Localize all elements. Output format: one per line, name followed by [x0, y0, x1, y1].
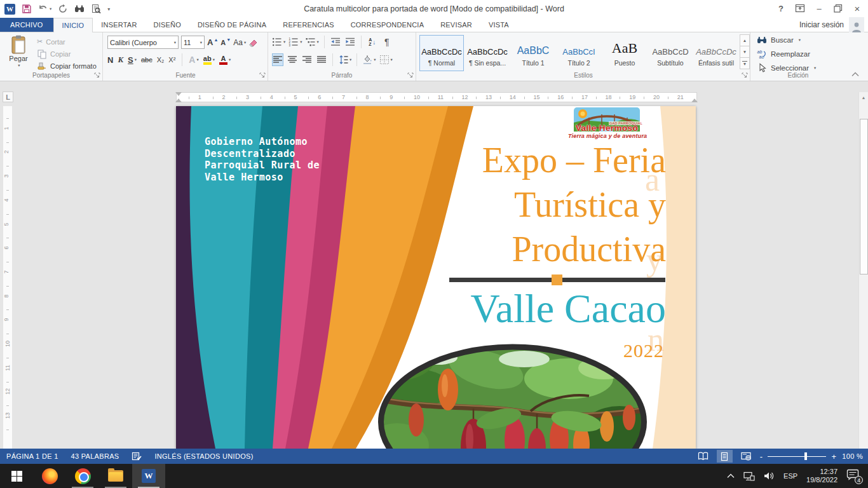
- cut-button[interactable]: ✂Cortar: [37, 36, 97, 48]
- clipboard-dialog-launcher[interactable]: [94, 72, 100, 79]
- font-dialog-launcher[interactable]: [259, 72, 266, 79]
- minimize-icon[interactable]: –: [810, 0, 829, 17]
- subscript-button[interactable]: X₂: [157, 53, 165, 66]
- clock[interactable]: 12:37 19/8/2022: [806, 468, 837, 484]
- taskbar-firefox[interactable]: [33, 464, 66, 488]
- help-icon[interactable]: ?: [771, 0, 790, 17]
- justify-button[interactable]: [316, 53, 327, 66]
- change-case-button[interactable]: Aa▾: [233, 36, 246, 49]
- document-page[interactable]: Gobierno Autónomo Descentralizado Parroq…: [176, 106, 696, 449]
- copy-button[interactable]: Copiar: [37, 48, 97, 60]
- tab-diseno[interactable]: DISEÑO: [146, 18, 189, 32]
- language-tray[interactable]: ESP: [783, 472, 797, 480]
- volume-icon[interactable]: [764, 471, 775, 480]
- text-effects-button[interactable]: A▾: [189, 53, 198, 66]
- style-subtle-emphasis[interactable]: AaBbCcDcÉnfasis sutil: [694, 35, 738, 71]
- read-mode-icon[interactable]: [695, 450, 711, 463]
- hanging-indent-marker[interactable]: [175, 98, 182, 102]
- style-subtitle[interactable]: AaBbCcDSubtítulo: [648, 35, 693, 71]
- styles-dialog-launcher[interactable]: [742, 72, 748, 79]
- network-icon[interactable]: [743, 471, 755, 481]
- style-heading1[interactable]: AaBbCTítulo 1: [511, 35, 555, 71]
- undo-icon[interactable]: ▾: [38, 3, 51, 15]
- tab-archivo[interactable]: ARCHIVO: [0, 18, 53, 32]
- language-indicator[interactable]: INGLÉS (ESTADOS UNIDOS): [154, 452, 253, 460]
- start-button[interactable]: [0, 464, 33, 488]
- bold-button[interactable]: N: [107, 53, 113, 66]
- align-left-button[interactable]: [272, 53, 283, 66]
- shrink-font-button[interactable]: A▼: [220, 36, 231, 49]
- style-title[interactable]: AaBPuesto: [602, 35, 647, 71]
- styles-scroll-up[interactable]: ▲: [740, 34, 750, 46]
- print-preview-icon[interactable]: [91, 3, 101, 15]
- font-size-select[interactable]: 11▾: [181, 36, 205, 49]
- horizontal-ruler[interactable]: 123456789101112131415161718192021: [176, 92, 697, 102]
- cacao-photo[interactable]: [378, 344, 647, 449]
- taskbar-chrome[interactable]: [66, 464, 99, 488]
- find-icon[interactable]: [74, 3, 85, 15]
- event-name[interactable]: Valle Cacao: [471, 285, 666, 332]
- cover-title[interactable]: Expo – Feria Turística y Productiva: [482, 138, 666, 271]
- vertical-scrollbar[interactable]: ▲: [858, 92, 868, 449]
- zoom-slider-thumb[interactable]: [804, 452, 807, 460]
- font-family-select[interactable]: Calibri (Cuerpo▾: [107, 36, 179, 49]
- action-center[interactable]: 4: [846, 469, 860, 483]
- format-painter-button[interactable]: Copiar formato: [37, 60, 97, 72]
- taskbar-word[interactable]: W: [132, 464, 165, 488]
- strikethrough-button[interactable]: abc: [141, 53, 153, 66]
- restore-icon[interactable]: [829, 0, 848, 17]
- tab-revisar[interactable]: REVISAR: [432, 18, 480, 32]
- word-app-icon[interactable]: W: [4, 4, 15, 15]
- decrease-indent-button[interactable]: [330, 36, 341, 48]
- numbering-button[interactable]: 123▾: [288, 36, 302, 48]
- italic-button[interactable]: K: [118, 53, 123, 66]
- superscript-button[interactable]: X²: [168, 53, 175, 66]
- borders-button[interactable]: ▾: [379, 53, 393, 66]
- styles-scroll-down[interactable]: ▼: [740, 46, 750, 58]
- organization-text[interactable]: Gobierno Autónomo Descentralizado Parroq…: [205, 136, 320, 183]
- zoom-level[interactable]: 100 %: [842, 452, 863, 460]
- sign-in[interactable]: Iniciar sesión: [799, 18, 868, 32]
- zoom-out-button[interactable]: -: [760, 452, 763, 461]
- increase-indent-button[interactable]: [344, 36, 356, 48]
- highlight-button[interactable]: ab▾: [203, 53, 215, 66]
- tab-inicio[interactable]: INICIO: [53, 18, 93, 32]
- close-icon[interactable]: ×: [848, 0, 867, 17]
- zoom-slider[interactable]: [768, 452, 826, 461]
- web-layout-icon[interactable]: [738, 450, 754, 463]
- show-hidden-icons[interactable]: [727, 473, 735, 478]
- tab-stop-selector[interactable]: L: [3, 92, 13, 102]
- shading-button[interactable]: ▾: [362, 53, 376, 66]
- align-center-button[interactable]: [287, 53, 298, 66]
- clear-formatting-button[interactable]: [248, 36, 259, 49]
- title-divider[interactable]: [449, 278, 665, 282]
- paste-button[interactable]: Pegar ▾: [4, 35, 32, 72]
- bullets-button[interactable]: ▾: [272, 36, 285, 48]
- replace-button[interactable]: abac Reemplazar: [757, 48, 846, 60]
- valle-hermoso-logo[interactable]: Valle Hermoso GAD PARROQUIAL Tierra mági…: [568, 107, 646, 139]
- style-normal[interactable]: AaBbCcDc¶ Normal: [419, 35, 464, 71]
- right-indent-marker[interactable]: [691, 98, 698, 102]
- scrollbar-thumb[interactable]: [860, 119, 868, 274]
- tab-diseno-pagina[interactable]: DISEÑO DE PÁGINA: [189, 18, 275, 32]
- style-no-spacing[interactable]: AaBbCcDc¶ Sin espa...: [465, 35, 510, 71]
- grow-font-button[interactable]: A▲: [207, 36, 218, 49]
- ribbon-display-icon[interactable]: [790, 0, 810, 17]
- page-indicator[interactable]: PÁGINA 1 DE 1: [6, 452, 58, 460]
- scroll-up-icon[interactable]: ▲: [859, 92, 868, 102]
- multilevel-list-button[interactable]: ▾: [306, 36, 319, 48]
- font-color-button[interactable]: A▾: [219, 53, 231, 66]
- paragraph-dialog-launcher[interactable]: [407, 72, 414, 79]
- collapse-ribbon-icon[interactable]: [851, 72, 859, 77]
- vertical-ruler[interactable]: 12345678910111213: [3, 106, 12, 449]
- print-layout-icon[interactable]: [717, 450, 733, 463]
- style-heading2[interactable]: AaBbCcITítulo 2: [557, 35, 601, 71]
- styles-more-button[interactable]: ▼: [740, 57, 750, 69]
- tab-correspondencia[interactable]: CORRESPONDENCIA: [342, 18, 432, 32]
- underline-button[interactable]: S▾: [128, 53, 137, 66]
- qat-customize-icon[interactable]: ▾: [107, 3, 110, 15]
- redo-icon[interactable]: [58, 3, 68, 15]
- proofing-icon[interactable]: [132, 452, 142, 461]
- align-right-button[interactable]: [301, 53, 313, 66]
- tab-insertar[interactable]: INSERTAR: [93, 18, 145, 32]
